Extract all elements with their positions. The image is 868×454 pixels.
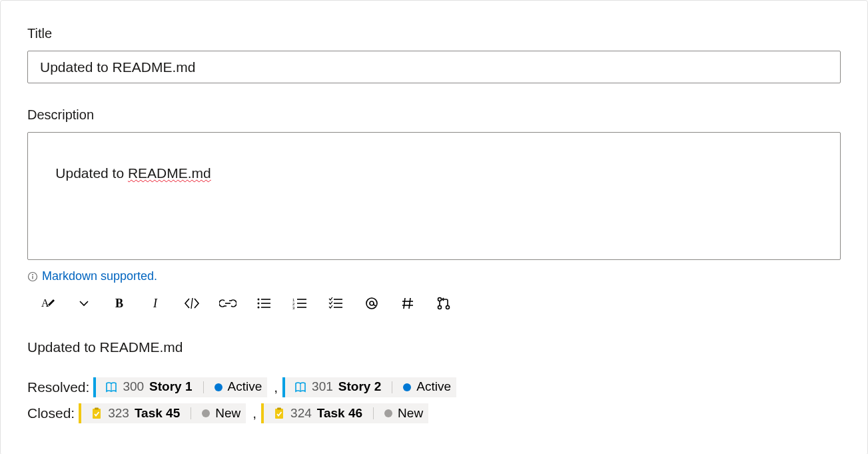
title-input[interactable] — [27, 51, 841, 83]
work-item-name: Story 2 — [338, 376, 381, 397]
resolved-label: Resolved: — [27, 375, 89, 399]
markdown-preview: Updated to README.md Resolved: 300 Story… — [27, 335, 841, 425]
svg-line-24 — [404, 298, 405, 309]
svg-text:B: B — [115, 297, 123, 310]
work-item-link[interactable]: 323 Task 45 New — [79, 403, 246, 423]
bulleted-list-button[interactable] — [255, 294, 272, 313]
work-item-name: Task 45 — [135, 403, 180, 424]
svg-rect-2 — [32, 276, 33, 279]
comma: , — [274, 375, 278, 399]
description-input[interactable]: Updated to README.md Resolved: #300, #30… — [27, 132, 841, 260]
checklist-button[interactable] — [327, 294, 344, 313]
closed-label: Closed: — [27, 401, 75, 425]
linked-items-closed-row: Closed: 323 Task 45 New , 324 Task 46 — [27, 401, 841, 425]
clipboard-check-icon — [91, 407, 103, 419]
separator — [392, 381, 392, 393]
svg-point-11 — [258, 307, 260, 309]
svg-point-28 — [438, 298, 442, 301]
status-dot-icon — [384, 409, 392, 417]
svg-point-7 — [258, 299, 260, 301]
separator — [373, 407, 374, 419]
work-item-state: New — [398, 403, 423, 424]
markdown-hint: Markdown supported. — [27, 269, 841, 283]
accent-bar — [282, 377, 285, 397]
clipboard-check-icon — [273, 407, 285, 419]
info-icon — [27, 271, 38, 282]
accent-bar — [93, 377, 96, 397]
code-button[interactable] — [183, 294, 201, 313]
text-format-button[interactable]: A — [39, 294, 57, 313]
svg-point-22 — [366, 298, 377, 309]
work-item-link[interactable]: 300 Story 1 Active — [93, 377, 267, 397]
linked-items-resolved-row: Resolved: 300 Story 1 Active , 301 St — [27, 375, 841, 399]
svg-point-23 — [370, 301, 374, 305]
svg-text:A: A — [41, 297, 49, 309]
svg-point-29 — [438, 306, 442, 309]
link-button[interactable] — [219, 294, 236, 313]
comma: , — [252, 401, 256, 425]
pull-request-button[interactable] — [435, 294, 452, 313]
accent-bar — [79, 403, 81, 423]
work-item-name: Story 1 — [149, 376, 192, 397]
markdown-toolbar: A B I — [27, 294, 841, 313]
description-text: Updated to — [55, 165, 128, 181]
separator — [191, 407, 191, 419]
numbered-list-button[interactable]: 1 2 3 — [291, 294, 308, 313]
mention-button[interactable] — [363, 294, 380, 313]
svg-text:3: 3 — [292, 306, 295, 309]
accent-bar — [261, 403, 264, 423]
work-item-state: Active — [416, 376, 451, 397]
markdown-supported-link[interactable]: Markdown supported. — [42, 269, 157, 283]
status-dot-icon — [202, 409, 210, 417]
description-text-spellerr: README.md — [128, 165, 211, 181]
italic-button[interactable]: I — [147, 294, 165, 313]
status-dot-icon — [215, 383, 222, 391]
title-label: Title — [27, 26, 841, 41]
svg-point-1 — [32, 274, 33, 275]
work-item-state: Active — [228, 376, 262, 397]
svg-point-9 — [258, 303, 260, 305]
book-icon — [294, 381, 306, 393]
status-dot-icon — [403, 383, 411, 391]
bold-button[interactable]: B — [111, 294, 129, 313]
svg-rect-37 — [277, 408, 281, 410]
svg-rect-36 — [275, 409, 283, 419]
work-item-id: 323 — [108, 403, 129, 424]
work-item-link[interactable]: 301 Story 2 Active — [282, 377, 456, 397]
work-item-state: New — [215, 403, 240, 424]
separator — [203, 381, 204, 393]
svg-rect-35 — [95, 408, 99, 410]
svg-text:I: I — [153, 297, 158, 310]
svg-line-25 — [409, 298, 410, 309]
svg-rect-34 — [93, 409, 101, 419]
hash-button[interactable] — [399, 294, 416, 313]
svg-point-30 — [446, 306, 450, 309]
description-label: Description — [27, 107, 841, 123]
pull-request-form: Title Description Updated to README.md R… — [0, 0, 868, 454]
work-item-name: Task 46 — [317, 403, 362, 424]
work-item-id: 324 — [290, 403, 312, 424]
work-item-id: 301 — [312, 376, 333, 397]
work-item-link[interactable]: 324 Task 46 New — [261, 403, 428, 423]
preview-title: Updated to README.md — [27, 335, 841, 359]
chevron-down-icon[interactable] — [75, 294, 93, 313]
work-item-id: 300 — [123, 376, 144, 397]
book-icon — [105, 381, 117, 393]
